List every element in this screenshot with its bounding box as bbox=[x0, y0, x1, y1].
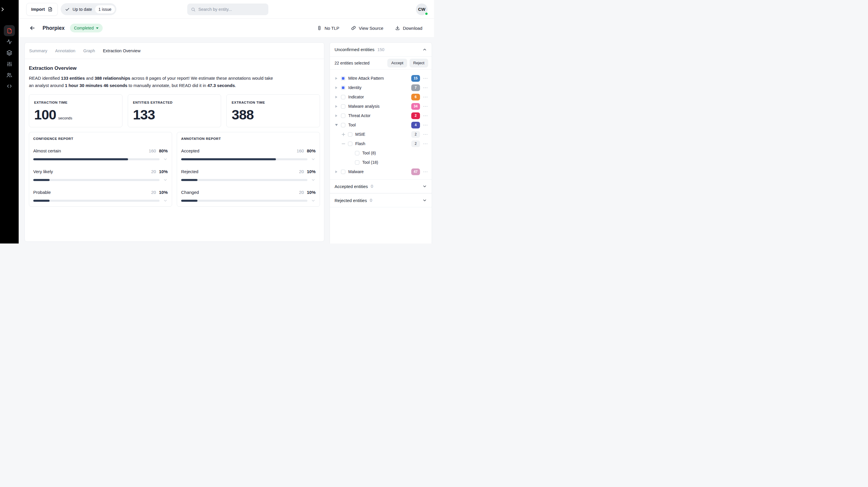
tree-row-tool-18[interactable]: Tool (18) bbox=[330, 157, 432, 167]
checkbox[interactable] bbox=[355, 151, 359, 155]
download-label: Download bbox=[403, 26, 422, 31]
tree-label[interactable]: Malware analysis bbox=[348, 104, 379, 109]
rejected-entities-header[interactable]: Rejected entities 0 bbox=[330, 193, 432, 207]
tree-row-flash[interactable]: Flash 2 bbox=[330, 139, 432, 148]
tab-summary[interactable]: Summary bbox=[29, 47, 47, 54]
checkbox[interactable] bbox=[341, 123, 345, 127]
caret-right-icon[interactable] bbox=[334, 86, 339, 89]
progress-track bbox=[33, 158, 159, 160]
chevron-down-icon[interactable] bbox=[422, 184, 427, 189]
sidebar-item-settings[interactable] bbox=[4, 58, 15, 69]
import-document-icon bbox=[48, 7, 53, 12]
accept-button[interactable]: Accept bbox=[388, 59, 407, 67]
tree-row-malware-analysis[interactable]: Malware analysis 34 bbox=[330, 102, 432, 111]
expand-sidebar-button[interactable] bbox=[0, 0, 5, 19]
reject-button[interactable]: Reject bbox=[409, 59, 428, 67]
caret-right-icon[interactable] bbox=[334, 105, 339, 108]
unconfirmed-entities-header[interactable]: Unconfirmed entities 150 bbox=[330, 42, 432, 57]
search-input[interactable] bbox=[198, 7, 265, 12]
tlp-icon bbox=[317, 25, 322, 31]
checkbox[interactable] bbox=[341, 170, 345, 174]
caret-right-icon[interactable] bbox=[334, 95, 339, 99]
caret-right-icon[interactable] bbox=[334, 114, 339, 117]
extraction-overview-content: Extraction Overview READ identified 133 … bbox=[25, 59, 324, 207]
chevron-down-icon[interactable] bbox=[311, 157, 316, 162]
checkbox[interactable] bbox=[341, 114, 345, 118]
more-options-icon[interactable] bbox=[423, 122, 428, 128]
checkbox-checked[interactable] bbox=[341, 86, 345, 90]
more-options-icon[interactable] bbox=[423, 94, 428, 100]
more-options-icon[interactable] bbox=[423, 85, 428, 90]
caret-down-icon[interactable] bbox=[334, 123, 339, 126]
row-percent: 10% bbox=[159, 169, 168, 174]
progress-fill bbox=[181, 179, 197, 181]
chevron-down-icon[interactable] bbox=[163, 198, 168, 203]
search-bar[interactable] bbox=[187, 3, 268, 15]
tree-label[interactable]: Tool bbox=[348, 123, 356, 127]
tree-label[interactable]: Flash bbox=[355, 141, 365, 146]
sliders-icon bbox=[6, 61, 12, 67]
tree-label[interactable]: Identity bbox=[348, 85, 361, 90]
more-options-icon[interactable] bbox=[423, 76, 428, 81]
sidebar-item-reports[interactable] bbox=[4, 25, 15, 36]
tree-row-tool[interactable]: Tool 4 bbox=[330, 120, 432, 130]
report-cards: CONFIDENCE REPORT Almost certain 160 80%… bbox=[29, 132, 320, 207]
checkbox[interactable] bbox=[348, 132, 352, 137]
chevron-up-icon[interactable] bbox=[422, 47, 427, 52]
report-row-very-likely: Very likely 20 10% bbox=[33, 169, 168, 182]
user-menu[interactable]: CW bbox=[416, 3, 428, 15]
report-row-changed: Changed 20 10% bbox=[181, 190, 316, 203]
more-options-icon[interactable] bbox=[423, 132, 428, 137]
tree-row-threat-actor[interactable]: Threat Actor 2 bbox=[330, 111, 432, 120]
accepted-entities-header[interactable]: Accepted entities 0 bbox=[330, 179, 432, 193]
tree-label[interactable]: Mitre Attack Pattern bbox=[348, 76, 384, 81]
tree-label[interactable]: Tool (8) bbox=[362, 151, 376, 155]
tab-graph[interactable]: Graph bbox=[83, 47, 95, 54]
tree-label[interactable]: Threat Actor bbox=[348, 113, 370, 118]
chevron-down-icon[interactable] bbox=[311, 177, 316, 182]
chevron-down-icon[interactable] bbox=[163, 177, 168, 182]
back-button[interactable] bbox=[28, 24, 37, 32]
tab-annotation[interactable]: Annotation bbox=[55, 47, 75, 54]
more-options-icon[interactable] bbox=[423, 104, 428, 109]
tlp-button[interactable]: No TLP bbox=[317, 25, 340, 31]
checkbox[interactable] bbox=[348, 142, 352, 146]
plus-icon[interactable] bbox=[341, 133, 346, 136]
checkbox[interactable] bbox=[341, 95, 345, 99]
more-options-icon[interactable] bbox=[423, 113, 428, 118]
tree-label[interactable]: Malware bbox=[348, 169, 364, 174]
issue-count-pill[interactable]: 1 issue bbox=[95, 5, 115, 13]
checkbox-checked[interactable] bbox=[341, 76, 345, 81]
tree-label[interactable]: MSIE bbox=[355, 132, 365, 137]
download-button[interactable]: Download bbox=[395, 25, 422, 31]
tree-row-msie[interactable]: MSIE 2 bbox=[330, 130, 432, 139]
tree-row-tool-8[interactable]: Tool (8) bbox=[330, 148, 432, 157]
tree-row-mitre-attack-pattern[interactable]: Mitre Attack Pattern 15 bbox=[330, 74, 432, 83]
sync-status-pill[interactable]: Up to date 1 issue bbox=[61, 3, 116, 15]
tree-row-malware[interactable]: Malware 47 bbox=[330, 167, 432, 176]
chevron-down-icon[interactable] bbox=[311, 198, 316, 203]
sidebar-item-activity[interactable] bbox=[4, 36, 15, 47]
caret-right-icon[interactable] bbox=[334, 77, 339, 80]
sidebar-item-users[interactable] bbox=[4, 69, 15, 81]
stat-value: 388 bbox=[231, 108, 253, 121]
view-source-button[interactable]: View Source bbox=[351, 25, 383, 31]
caret-right-icon[interactable] bbox=[334, 170, 339, 173]
import-button[interactable]: Import bbox=[26, 3, 58, 16]
checkbox[interactable] bbox=[341, 104, 345, 109]
stat-unit: seconds bbox=[58, 116, 72, 120]
tab-extraction-overview[interactable]: Extraction Overview bbox=[103, 47, 141, 54]
tree-label[interactable]: Tool (18) bbox=[362, 160, 378, 165]
chevron-down-icon[interactable] bbox=[422, 198, 427, 203]
more-options-icon[interactable] bbox=[423, 141, 428, 147]
sidebar-item-code[interactable] bbox=[4, 81, 15, 92]
chevron-down-icon[interactable] bbox=[163, 157, 168, 162]
tree-row-identity[interactable]: Identity 7 bbox=[330, 83, 432, 92]
tree-row-indicator[interactable]: Indicator 6 bbox=[330, 92, 432, 102]
more-options-icon[interactable] bbox=[423, 169, 428, 175]
minus-icon[interactable] bbox=[341, 142, 346, 146]
checkbox[interactable] bbox=[355, 160, 359, 165]
sidebar-item-layers[interactable] bbox=[4, 47, 15, 58]
tree-label[interactable]: Indicator bbox=[348, 94, 364, 99]
status-dropdown[interactable]: Completed bbox=[70, 24, 103, 32]
